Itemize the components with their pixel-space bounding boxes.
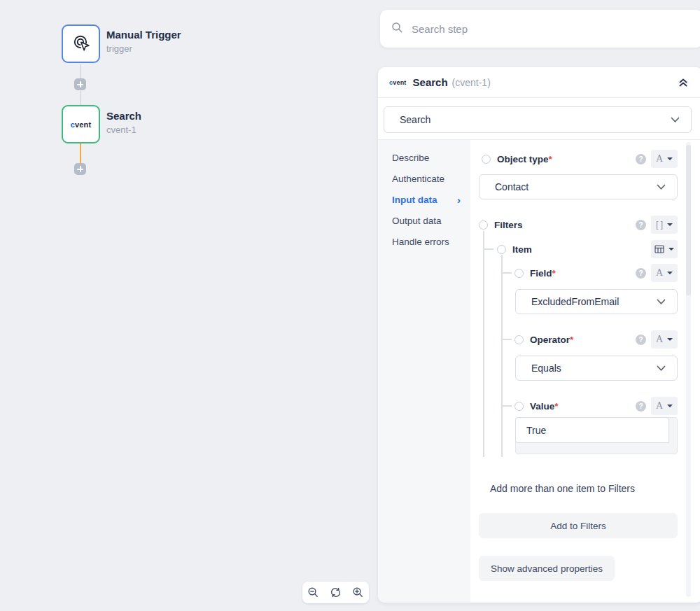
add-to-filters-button[interactable]: Add to Filters: [479, 513, 678, 538]
reset-zoom-button[interactable]: [325, 582, 346, 603]
panel-title: Search: [413, 76, 448, 88]
manual-trigger-title: Manual Trigger: [106, 29, 181, 41]
help-icon[interactable]: ?: [636, 401, 646, 412]
help-icon[interactable]: ?: [636, 268, 646, 279]
caret-down-icon: [668, 248, 674, 251]
value-input[interactable]: [516, 418, 668, 442]
table-icon: [654, 245, 664, 253]
manual-trigger-node[interactable]: [62, 24, 100, 63]
filters-label: Filters: [494, 220, 523, 230]
cvent-logo: cvent: [71, 120, 92, 129]
nav-item-input-data[interactable]: Input data ›: [378, 189, 470, 210]
add-step-button-1[interactable]: [74, 78, 86, 90]
tree-line-dash: [502, 339, 512, 340]
operator-row: Operator* ? A: [512, 330, 678, 349]
show-advanced-properties-button[interactable]: Show advanced properties: [479, 556, 615, 581]
operation-select[interactable]: Search: [384, 106, 692, 133]
cvent-mini-logo: cvent: [389, 79, 407, 86]
manual-trigger-label: Manual Trigger trigger: [106, 29, 181, 54]
chevron-down-icon: [657, 181, 666, 192]
step-properties-panel: cvent Search (cvent-1) Search Describe A…: [378, 67, 700, 603]
search-icon: [391, 22, 403, 36]
item-row: Item: [494, 240, 678, 258]
operator-select[interactable]: Equals: [515, 356, 678, 381]
collapse-panel-button[interactable]: [678, 77, 689, 91]
panel-scrollbar-thumb[interactable]: [686, 145, 691, 295]
panel-header: cvent Search (cvent-1): [378, 67, 700, 98]
tree-line-vertical: [501, 255, 503, 457]
search-step-title: Search: [106, 110, 141, 122]
step-search-bar: [380, 10, 700, 48]
panel-instance: (cvent-1): [452, 77, 491, 88]
operator-radio[interactable]: [514, 335, 524, 344]
text-type-icon: A: [656, 334, 663, 345]
zoom-in-button[interactable]: [347, 582, 368, 603]
caret-down-icon: [667, 338, 673, 341]
help-icon[interactable]: ?: [636, 220, 646, 230]
search-step-label: Search cvent-1: [106, 110, 141, 135]
text-type-icon: A: [656, 400, 663, 412]
object-type-select[interactable]: Contact: [479, 174, 678, 199]
manual-trigger-subtitle: trigger: [106, 43, 181, 54]
help-icon[interactable]: ?: [636, 154, 646, 164]
zoom-out-button[interactable]: [303, 582, 324, 603]
panel-nav: Describe Authenticate Input data › Outpu…: [378, 140, 470, 603]
caret-down-icon: [667, 405, 673, 407]
tree-line-vertical: [483, 231, 484, 457]
active-connector-line: [80, 143, 81, 163]
operation-select-value: Search: [400, 114, 430, 125]
value-row: Value* ? A: [512, 397, 678, 415]
zoom-in-icon: [352, 587, 364, 598]
add-step-button-2[interactable]: [74, 163, 86, 175]
tree-line-dash: [502, 405, 512, 407]
tree-line-dash: [502, 272, 512, 274]
tree-line-dash: [484, 248, 493, 250]
chevron-down-icon: [657, 363, 666, 374]
connector-line: [80, 91, 81, 105]
array-type-icon: [ ]: [656, 220, 663, 230]
field-label: Field*: [530, 268, 556, 279]
active-nav-arrow-icon: ›: [457, 194, 461, 206]
nav-item-output-data[interactable]: Output data: [378, 210, 470, 231]
caret-down-icon: [667, 157, 673, 160]
search-step-subtitle: cvent-1: [106, 125, 141, 135]
value-radio[interactable]: [514, 402, 524, 411]
item-type-selector[interactable]: [651, 240, 678, 258]
object-type-row: Object type* ? A: [479, 150, 678, 168]
nav-item-authenticate[interactable]: Authenticate: [378, 168, 470, 189]
caret-down-icon: [667, 223, 673, 226]
filters-radio[interactable]: [479, 220, 488, 230]
object-type-type-selector[interactable]: A: [651, 150, 678, 168]
field-select[interactable]: ExcludedFromEmail: [515, 289, 678, 314]
help-icon[interactable]: ?: [636, 335, 646, 345]
object-type-label: Object type*: [497, 154, 552, 164]
refresh-icon: [330, 587, 342, 598]
field-value: ExcludedFromEmail: [531, 296, 619, 307]
search-step-input[interactable]: [412, 23, 664, 35]
nav-item-handle-errors[interactable]: Handle errors: [378, 231, 470, 252]
value-type-selector[interactable]: A: [651, 397, 678, 415]
item-label: Item: [512, 244, 532, 255]
item-radio[interactable]: [497, 245, 506, 254]
text-type-icon: A: [656, 153, 663, 164]
search-step-node[interactable]: cvent: [62, 105, 100, 143]
zoom-out-icon: [307, 587, 319, 598]
chevron-down-icon: [671, 114, 680, 125]
panel-scrollbar[interactable]: [686, 142, 691, 597]
double-chevron-up-icon: [678, 77, 689, 88]
field-radio[interactable]: [514, 269, 524, 278]
nav-item-describe[interactable]: Describe: [378, 147, 470, 168]
operator-type-selector[interactable]: A: [651, 330, 678, 349]
operator-value: Equals: [531, 363, 561, 374]
filters-row: Filters ? [ ]: [476, 216, 678, 234]
object-type-value: Contact: [495, 181, 528, 192]
canvas-zoom-controls: [302, 582, 369, 603]
filters-hint-text: Add more than one item to Filters: [490, 483, 635, 494]
caret-down-icon: [667, 272, 673, 274]
field-type-selector[interactable]: A: [651, 264, 678, 282]
object-type-radio[interactable]: [482, 155, 491, 164]
operator-label: Operator*: [530, 335, 573, 345]
chevron-down-icon: [657, 296, 666, 307]
connector-line: [80, 64, 81, 78]
filters-type-selector[interactable]: [ ]: [651, 216, 678, 234]
